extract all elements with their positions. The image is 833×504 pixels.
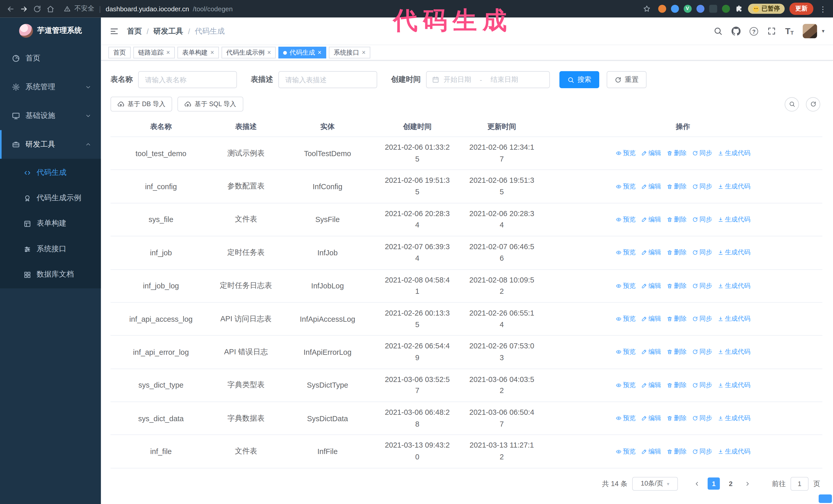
sidebar-item-infrastructure[interactable]: 基础设施 (0, 101, 101, 130)
generate-code-action-link[interactable]: 生成代码 (717, 381, 751, 390)
delete-action-link[interactable]: 删除 (666, 248, 687, 257)
tab-close-icon[interactable]: × (267, 49, 271, 56)
sidebar-collapse-icon[interactable] (110, 26, 119, 36)
browser-extension-icon[interactable] (658, 5, 666, 13)
sidebar-item-form-builder[interactable]: 表单构建 (0, 211, 101, 236)
generate-code-action-link[interactable]: 生成代码 (717, 281, 751, 290)
sidebar-item-codegen[interactable]: 代码生成 (0, 160, 101, 185)
edit-action-link[interactable]: 编辑 (641, 182, 661, 191)
browser-refresh-icon[interactable] (33, 5, 42, 13)
tab-close-icon[interactable]: × (318, 49, 322, 56)
delete-action-link[interactable]: 删除 (666, 182, 687, 191)
preview-action-link[interactable]: 预览 (615, 281, 636, 290)
edit-action-link[interactable]: 编辑 (641, 447, 661, 456)
next-page-button[interactable] (741, 478, 753, 490)
delete-action-link[interactable]: 删除 (666, 447, 687, 456)
edit-action-link[interactable]: 编辑 (641, 381, 661, 390)
preview-action-link[interactable]: 预览 (615, 447, 636, 456)
preview-action-link[interactable]: 预览 (615, 248, 636, 257)
tab-view-2[interactable]: 表单构建× (177, 47, 219, 58)
toggle-search-button[interactable] (785, 97, 799, 111)
browser-home-icon[interactable] (46, 5, 54, 13)
generate-code-action-link[interactable]: 生成代码 (717, 215, 751, 224)
import-sql-button[interactable]: 基于 SQL 导入 (177, 97, 243, 112)
delete-action-link[interactable]: 删除 (666, 149, 687, 158)
browser-extension-icon[interactable] (722, 5, 730, 13)
delete-action-link[interactable]: 删除 (666, 315, 687, 323)
preview-action-link[interactable]: 预览 (615, 182, 636, 191)
vue-devtools-extension-icon[interactable]: V (684, 5, 691, 13)
generate-code-action-link[interactable]: 生成代码 (717, 347, 751, 357)
browser-menu-kebab-icon[interactable]: ⋮ (819, 5, 827, 13)
preview-action-link[interactable]: 预览 (615, 347, 636, 357)
edit-action-link[interactable]: 编辑 (641, 347, 661, 357)
edit-action-link[interactable]: 编辑 (641, 248, 661, 257)
table-name-input[interactable] (138, 71, 237, 88)
page-number-2[interactable]: 2 (724, 478, 737, 490)
generate-code-action-link[interactable]: 生成代码 (717, 447, 751, 456)
bookmark-star-icon[interactable] (643, 5, 650, 13)
font-size-icon[interactable]: TT (785, 27, 794, 35)
page-number-1[interactable]: 1 (708, 478, 720, 490)
browser-back-icon[interactable] (6, 5, 15, 13)
breadcrumb-item[interactable]: 首页 (127, 26, 142, 36)
sync-action-link[interactable]: 同步 (692, 347, 712, 357)
sync-action-link[interactable]: 同步 (692, 315, 712, 323)
delete-action-link[interactable]: 删除 (666, 347, 687, 357)
generate-code-action-link[interactable]: 生成代码 (717, 414, 751, 423)
prev-page-button[interactable] (691, 478, 703, 490)
sidebar-item-db-docs[interactable]: 数据库文档 (0, 262, 101, 287)
corner-float-button[interactable] (819, 495, 832, 503)
tab-view-1[interactable]: 链路追踪× (133, 47, 175, 58)
import-db-button[interactable]: 基于 DB 导入 (111, 97, 172, 112)
edit-action-link[interactable]: 编辑 (641, 281, 661, 290)
generate-code-action-link[interactable]: 生成代码 (717, 182, 751, 191)
sidebar-item-home[interactable]: 首页 (0, 44, 101, 73)
preview-action-link[interactable]: 预览 (615, 414, 636, 423)
generate-code-action-link[interactable]: 生成代码 (717, 149, 751, 158)
reset-button[interactable]: 重置 (607, 71, 646, 88)
help-question-icon[interactable]: ? (750, 27, 758, 35)
delete-action-link[interactable]: 删除 (666, 381, 687, 390)
preview-action-link[interactable]: 预览 (615, 149, 636, 158)
sidebar-item-system-mgmt[interactable]: 系统管理 (0, 73, 101, 101)
extensions-puzzle-icon[interactable] (735, 5, 743, 13)
tab-home[interactable]: 首页 (109, 47, 131, 58)
user-avatar[interactable] (803, 24, 817, 38)
sync-action-link[interactable]: 同步 (692, 447, 712, 456)
edit-action-link[interactable]: 编辑 (641, 414, 661, 423)
sync-action-link[interactable]: 同步 (692, 215, 712, 224)
tab-close-icon[interactable]: × (362, 49, 366, 56)
tab-view-3[interactable]: 代码生成示例× (221, 47, 276, 58)
tab-close-icon[interactable]: × (210, 49, 214, 56)
preview-action-link[interactable]: 预览 (615, 381, 636, 390)
browser-forward-icon[interactable] (20, 5, 28, 13)
table-desc-input[interactable] (278, 71, 377, 88)
preview-action-link[interactable]: 预览 (615, 315, 636, 323)
sidebar-item-codegen-example[interactable]: 代码生成示例 (0, 185, 101, 211)
browser-extension-icon[interactable] (696, 5, 704, 13)
paused-badge[interactable]: 已暂停 (748, 4, 785, 14)
edit-action-link[interactable]: 编辑 (641, 315, 661, 323)
tab-view-4[interactable]: 代码生成× (278, 47, 326, 58)
goto-page-input[interactable] (790, 477, 808, 491)
sync-action-link[interactable]: 同步 (692, 381, 712, 390)
delete-action-link[interactable]: 删除 (666, 281, 687, 290)
breadcrumb-item[interactable]: 研发工具 (153, 26, 183, 36)
sync-action-link[interactable]: 同步 (692, 281, 712, 290)
refresh-table-button[interactable] (806, 97, 820, 111)
page-size-select[interactable]: 10条/页 ▾ (632, 477, 678, 491)
sidebar-item-dev-tools[interactable]: 研发工具 (0, 130, 101, 159)
edit-action-link[interactable]: 编辑 (641, 215, 661, 224)
browser-update-button[interactable]: 更新 (789, 3, 813, 15)
fullscreen-icon[interactable] (767, 27, 776, 35)
address-bar[interactable]: 不安全 | dashboard.yudao.iocoder.cn/tool/co… (64, 4, 638, 13)
generate-code-action-link[interactable]: 生成代码 (717, 315, 751, 323)
edit-action-link[interactable]: 编辑 (641, 149, 661, 158)
generate-code-action-link[interactable]: 生成代码 (717, 248, 751, 257)
browser-extension-icon[interactable] (671, 5, 679, 13)
tab-close-icon[interactable]: × (166, 49, 170, 56)
tab-view-5[interactable]: 系统接口× (329, 47, 371, 58)
search-button[interactable]: 搜索 (560, 71, 599, 88)
browser-extension-icon[interactable] (709, 5, 717, 13)
